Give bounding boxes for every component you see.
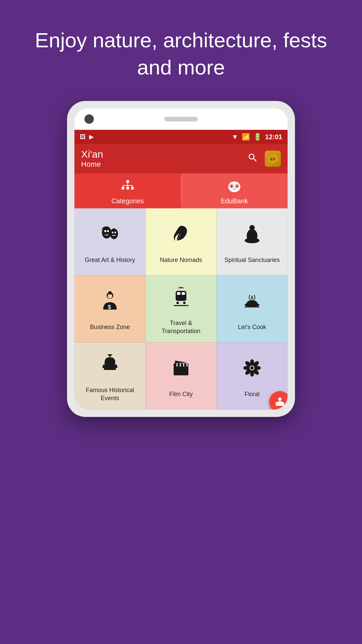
category-great-art[interactable]: Great Art & History (74, 208, 145, 275)
category-great-art-label: Great Art & History (85, 256, 135, 264)
categories-grid: Great Art & History Nature Nomads (74, 208, 288, 410)
search-button[interactable] (247, 152, 258, 165)
svg-rect-2 (126, 180, 129, 183)
svg-text:EV: EV (270, 157, 276, 161)
category-business-label: Business Zone (90, 323, 130, 331)
status-bar: 🖼 ▶ ▼ 📶 🔋 12:01 (74, 130, 288, 144)
svg-rect-44 (174, 366, 188, 375)
svg-rect-5 (131, 187, 134, 190)
svg-point-61 (278, 397, 282, 401)
category-historical-label: Famous Historical Events (80, 386, 140, 402)
image-status-icon: 🖼 (80, 133, 86, 141)
dish-icon (241, 290, 263, 317)
category-nature-label: Nature Nomads (160, 256, 202, 264)
svg-point-23 (112, 231, 114, 233)
notification-status-icon: ▶ (89, 133, 94, 141)
svg-point-19 (102, 226, 111, 238)
ev-logo-badge[interactable]: EV (265, 151, 281, 167)
hero-text: Enjoy nature, architecture, fests and mo… (0, 0, 362, 101)
svg-point-60 (250, 366, 254, 370)
status-right-icons: ▼ 📶 🔋 12:01 (232, 133, 282, 141)
svg-point-28 (245, 238, 259, 243)
masks-icon (99, 223, 121, 250)
app-city-name: Xi'an (81, 149, 103, 160)
app-bar-actions: EV (247, 151, 281, 167)
businessman-icon: $ (99, 290, 121, 317)
svg-point-21 (104, 230, 106, 232)
status-left-icons: 🖼 ▶ (80, 133, 94, 141)
wifi-icon: ▼ (232, 133, 238, 141)
leaf-icon (170, 223, 192, 250)
app-page-name: Home (81, 160, 103, 169)
fab-button[interactable] (269, 391, 288, 410)
category-historical[interactable]: Famous Historical Events (74, 342, 145, 410)
train-icon (170, 286, 192, 313)
category-travel[interactable]: Travel & Transportation (145, 275, 217, 342)
front-camera (84, 114, 94, 124)
svg-point-20 (110, 228, 118, 239)
clock: 12:01 (265, 133, 282, 141)
helmet-icon (99, 353, 121, 380)
svg-rect-37 (176, 298, 186, 300)
owl-icon (227, 179, 242, 196)
tab-categories-label: Categories (111, 197, 144, 205)
svg-point-31 (108, 294, 112, 299)
app-title-block: Xi'an Home (81, 149, 103, 169)
svg-rect-43 (104, 368, 116, 370)
buddha-icon (241, 223, 263, 250)
tab-categories[interactable]: Categories (74, 173, 181, 208)
svg-rect-3 (122, 187, 124, 190)
category-film[interactable]: Film City (145, 342, 217, 410)
category-floral-label: Floral (244, 390, 259, 398)
category-cook-label: Let's Cook (238, 323, 266, 331)
svg-point-32 (108, 291, 112, 294)
svg-text:$: $ (108, 304, 111, 310)
speaker-grille (164, 117, 198, 121)
svg-point-39 (183, 301, 186, 305)
category-floral[interactable]: Floral (217, 342, 288, 410)
tab-bar: Categories (74, 173, 288, 208)
svg-point-17 (236, 185, 238, 187)
svg-point-29 (251, 225, 253, 228)
category-film-label: Film City (169, 390, 193, 398)
svg-rect-4 (126, 187, 129, 190)
hero-section: Enjoy nature, architecture, fests and mo… (0, 0, 362, 101)
category-cook[interactable]: Let's Cook (217, 275, 288, 342)
svg-rect-45 (174, 363, 188, 367)
tab-edubank[interactable]: EduBank (181, 173, 288, 208)
svg-point-16 (231, 185, 233, 187)
tab-edubank-label: EduBank (221, 197, 248, 205)
battery-icon: 🔋 (253, 133, 262, 141)
svg-point-63 (282, 402, 284, 404)
svg-point-38 (176, 301, 179, 305)
category-business[interactable]: $ Business Zone (74, 275, 145, 342)
svg-rect-35 (177, 292, 180, 295)
svg-point-22 (107, 230, 109, 232)
clapper-icon (170, 357, 192, 384)
phone-screen: 🖼 ▶ ▼ 📶 🔋 12:01 Xi'an Home (74, 108, 288, 410)
svg-rect-36 (182, 292, 185, 295)
category-travel-label: Travel & Transportation (151, 319, 211, 335)
phone-frame: 🖼 ▶ ▼ 📶 🔋 12:01 Xi'an Home (67, 101, 295, 417)
app-bar: Xi'an Home EV (74, 144, 288, 173)
phone-top-bar (74, 108, 288, 130)
signal-icon: 📶 (242, 133, 250, 141)
category-spiritual[interactable]: Spiritual Sanctuaries (217, 208, 288, 275)
category-spiritual-label: Spiritual Sanctuaries (224, 256, 280, 264)
svg-point-62 (276, 402, 278, 404)
category-nature[interactable]: Nature Nomads (145, 208, 217, 275)
hierarchy-icon (121, 179, 134, 196)
flower-icon (241, 357, 263, 384)
svg-point-24 (115, 231, 116, 233)
